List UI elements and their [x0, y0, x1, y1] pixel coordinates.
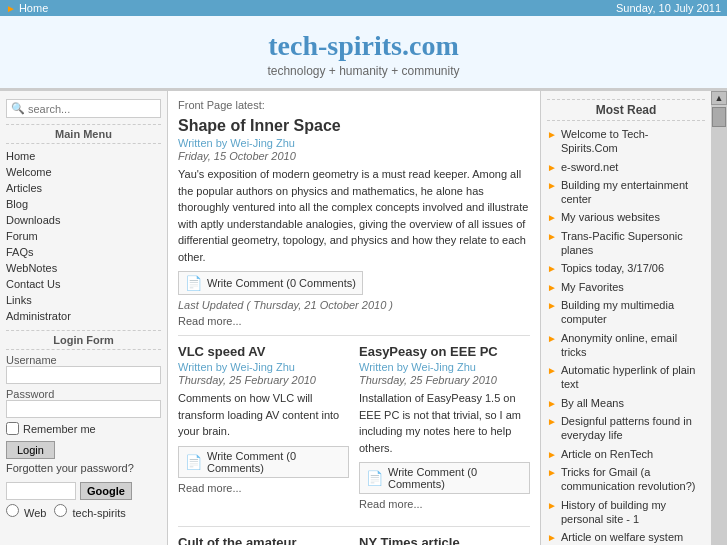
radio-site-label[interactable]: tech-spirits	[54, 504, 125, 519]
left-sidebar: 🔍 Main Menu Home Welcome Articles Blog D…	[0, 91, 168, 545]
featured-article-date: Friday, 15 October 2010	[178, 150, 530, 162]
most-read-link[interactable]: Welcome to Tech-Spirits.Com	[561, 127, 705, 156]
most-read-link[interactable]: Automatic hyperlink of plain text	[561, 363, 705, 392]
nav-item-downloads[interactable]: Downloads	[6, 212, 161, 228]
nav-link-blog[interactable]: Blog	[6, 198, 28, 210]
most-read-item[interactable]: ►Topics today, 3/17/06	[547, 261, 705, 275]
nav-item-blog[interactable]: Blog	[6, 196, 161, 212]
bullet-icon: ►	[547, 364, 557, 377]
bullet-icon: ►	[547, 448, 557, 461]
site-header: tech-spirits.com technology + humanity +…	[0, 16, 727, 89]
nav-item-welcome[interactable]: Welcome	[6, 164, 161, 180]
left-article-comment-box[interactable]: 📄 Write Comment (0 Comments)	[178, 446, 349, 478]
most-read-item[interactable]: ►Trans-Pacific Supersonic planes	[547, 229, 705, 258]
nav-item-links[interactable]: Links	[6, 292, 161, 308]
google-button[interactable]: Google	[80, 482, 132, 500]
nav-link-faqs[interactable]: FAQs	[6, 246, 34, 258]
nav-link-home[interactable]: Home	[6, 150, 35, 162]
featured-article-read-more[interactable]: Read more...	[178, 315, 530, 327]
radio-web-label[interactable]: Web	[6, 504, 46, 519]
home-label[interactable]: Home	[19, 2, 48, 14]
password-input[interactable]	[6, 400, 161, 418]
most-read-link[interactable]: Topics today, 3/17/06	[561, 261, 664, 275]
nav-link-downloads[interactable]: Downloads	[6, 214, 60, 226]
most-read-item[interactable]: ►Article on welfare system	[547, 530, 705, 544]
nav-link-webnotes[interactable]: WebNotes	[6, 262, 57, 274]
most-read-link[interactable]: Designful patterns found in everyday lif…	[561, 414, 705, 443]
search-input[interactable]	[28, 103, 148, 115]
most-read-item[interactable]: ►Anonymity online, email tricks	[547, 331, 705, 360]
most-read-link[interactable]: Article on RenTech	[561, 447, 653, 461]
nav-link-articles[interactable]: Articles	[6, 182, 42, 194]
nav-link-welcome[interactable]: Welcome	[6, 166, 52, 178]
nav-item-administrator[interactable]: Administrator	[6, 308, 161, 324]
center-content: Front Page latest: Shape of Inner Space …	[168, 91, 541, 545]
most-read-link[interactable]: Building my entertainment center	[561, 178, 705, 207]
scroll-up-button[interactable]: ▲	[711, 91, 727, 105]
most-read-item[interactable]: ►e-sword.net	[547, 160, 705, 174]
featured-article-comment-box[interactable]: 📄 Write Comment (0 Comments)	[178, 271, 363, 295]
most-read-item[interactable]: ►Building my entertainment center	[547, 178, 705, 207]
doc-icon-3: 📄	[366, 470, 383, 486]
bullet-icon: ►	[547, 332, 557, 345]
most-read-item[interactable]: ►By all Means	[547, 396, 705, 410]
search-box[interactable]: 🔍	[6, 99, 161, 118]
nav-link-forum[interactable]: Forum	[6, 230, 38, 242]
most-read-list: ►Welcome to Tech-Spirits.Com►e-sword.net…	[547, 127, 705, 544]
username-field-group: Username	[6, 354, 161, 384]
most-read-link[interactable]: Building my multimedia computer	[561, 298, 705, 327]
most-read-link[interactable]: History of building my personal site - 1	[561, 498, 705, 527]
left-article-read-more[interactable]: Read more...	[178, 482, 349, 494]
most-read-link[interactable]: Trans-Pacific Supersonic planes	[561, 229, 705, 258]
scrollbar[interactable]: ▲ ▼	[711, 91, 727, 545]
most-read-link[interactable]: By all Means	[561, 396, 624, 410]
nav-item-home[interactable]: Home	[6, 148, 161, 164]
most-read-link[interactable]: My various websites	[561, 210, 660, 224]
nav-item-contactus[interactable]: Contact Us	[6, 276, 161, 292]
most-read-item[interactable]: ►Welcome to Tech-Spirits.Com	[547, 127, 705, 156]
right-article-date: Thursday, 25 February 2010	[359, 374, 530, 386]
home-link[interactable]: ► Home	[6, 2, 48, 14]
radio-site[interactable]	[54, 504, 67, 517]
left-article-author[interactable]: Written by Wei-Jing Zhu	[178, 361, 349, 373]
nav-link-contactus[interactable]: Contact Us	[6, 278, 60, 290]
most-read-item[interactable]: ►Building my multimedia computer	[547, 298, 705, 327]
nav-item-articles[interactable]: Articles	[6, 180, 161, 196]
most-read-item[interactable]: ►Automatic hyperlink of plain text	[547, 363, 705, 392]
radio-web[interactable]	[6, 504, 19, 517]
most-read-link[interactable]: Anonymity online, email tricks	[561, 331, 705, 360]
most-read-link[interactable]: e-sword.net	[561, 160, 618, 174]
nav-item-faqs[interactable]: FAQs	[6, 244, 161, 260]
bullet-icon: ►	[547, 531, 557, 544]
nav-link-links[interactable]: Links	[6, 294, 32, 306]
forgot-password-link[interactable]: Forgotten your password?	[6, 462, 161, 474]
most-read-item[interactable]: ►History of building my personal site - …	[547, 498, 705, 527]
left-article-title: VLC speed AV	[178, 344, 349, 359]
most-read-item[interactable]: ►Article on RenTech	[547, 447, 705, 461]
right-article-comment-box[interactable]: 📄 Write Comment (0 Comments)	[359, 462, 530, 494]
google-radio-row: Web tech-spirits	[6, 504, 161, 519]
nav-menu: Home Welcome Articles Blog Downloads For…	[6, 148, 161, 324]
right-article-author[interactable]: Written by Wei-Jing Zhu	[359, 361, 530, 373]
remember-me-checkbox[interactable]	[6, 422, 19, 435]
most-read-item[interactable]: ►Designful patterns found in everyday li…	[547, 414, 705, 443]
left-col-article-2: Cult of the amateur Written by Wei-Jing …	[178, 535, 349, 545]
most-read-item[interactable]: ►Tricks for Gmail (a communication revol…	[547, 465, 705, 494]
most-read-item[interactable]: ►My Favorites	[547, 280, 705, 294]
username-input[interactable]	[6, 366, 161, 384]
most-read-link[interactable]: My Favorites	[561, 280, 624, 294]
featured-article-last-updated: Last Updated ( Thursday, 21 October 2010…	[178, 299, 530, 311]
nav-item-forum[interactable]: Forum	[6, 228, 161, 244]
main-layout: 🔍 Main Menu Home Welcome Articles Blog D…	[0, 89, 727, 545]
featured-article-author[interactable]: Written by Wei-Jing Zhu	[178, 137, 530, 149]
bullet-icon: ►	[547, 161, 557, 174]
scroll-thumb[interactable]	[712, 107, 726, 127]
right-article-read-more[interactable]: Read more...	[359, 498, 530, 510]
most-read-item[interactable]: ►My various websites	[547, 210, 705, 224]
nav-link-administrator[interactable]: Administrator	[6, 310, 71, 322]
nav-item-webnotes[interactable]: WebNotes	[6, 260, 161, 276]
login-button[interactable]: Login	[6, 441, 55, 459]
google-search-input[interactable]	[6, 482, 76, 500]
most-read-link[interactable]: Tricks for Gmail (a communication revolu…	[561, 465, 705, 494]
most-read-link[interactable]: Article on welfare system	[561, 530, 683, 544]
